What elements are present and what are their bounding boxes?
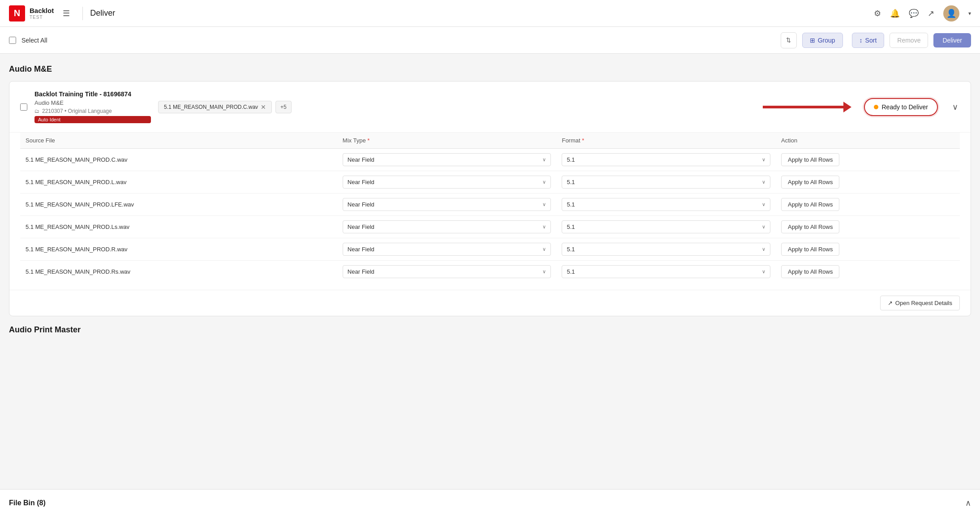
open-request-details-button[interactable]: ↗ Open Request Details	[880, 296, 960, 310]
mix-type-select-2[interactable]: Near Field ∨	[343, 198, 551, 211]
card-footer: ↗ Open Request Details	[9, 290, 971, 316]
external-link-icon: ↗	[888, 300, 893, 306]
cell-mix-type-0: Near Field ∨	[337, 149, 557, 171]
mix-type-select-5[interactable]: Near Field ∨	[343, 265, 551, 278]
apply-to-all-rows-button-2[interactable]: Apply to All Rows	[781, 198, 839, 211]
ready-label: Ready to Deliver	[882, 103, 928, 111]
card-files: 5.1 ME_REASON_MAIN_PROD.C.wav ✕ +5	[158, 101, 501, 113]
select-all-checkbox[interactable]	[9, 37, 16, 44]
mix-type-select-4[interactable]: Near Field ∨	[343, 243, 551, 256]
header: N Backlot TEST ☰ Deliver ⚙ 🔔 💬 ↗ 👤 ▾	[0, 0, 980, 27]
group-button[interactable]: ⊞ Group	[802, 33, 843, 48]
source-files-table: Source File Mix Type * Format * Action 5…	[20, 133, 960, 283]
select-caret-icon: ∨	[542, 224, 546, 230]
cell-mix-type-3: Near Field ∨	[337, 216, 557, 238]
format-select-4[interactable]: 5.1 ∨	[562, 243, 770, 256]
remove-button[interactable]: Remove	[890, 33, 928, 48]
cell-source-1: 5.1 ME_REASON_MAIN_PROD.L.wav	[20, 171, 337, 194]
mix-type-select-3[interactable]: Near Field ∨	[343, 220, 551, 233]
col-header-action: Action	[776, 133, 960, 149]
chat-icon[interactable]: 💬	[909, 9, 919, 18]
cell-source-5: 5.1 ME_REASON_MAIN_PROD.Rs.wav	[20, 261, 337, 283]
select-caret-icon: ∨	[762, 224, 765, 230]
avatar-caret-icon[interactable]: ▾	[968, 10, 971, 17]
red-arrow	[763, 102, 851, 112]
audio-me-card: Backlot Training Title - 81696874 Audio …	[9, 81, 971, 316]
table-row: 5.1 ME_REASON_MAIN_PROD.Rs.wav Near Fiel…	[20, 261, 960, 283]
app-logo: N Backlot TEST	[9, 5, 54, 22]
cell-source-2: 5.1 ME_REASON_MAIN_PROD.LFE.wav	[20, 194, 337, 216]
card-header-row: Backlot Training Title - 81696874 Audio …	[9, 82, 971, 133]
app-name-label: Backlot	[30, 7, 54, 15]
card-subtitle: Audio M&E	[34, 99, 151, 106]
cell-format-5: 5.1 ∨	[556, 261, 776, 283]
table-row: 5.1 ME_REASON_MAIN_PROD.L.wav Near Field…	[20, 171, 960, 194]
sort-icon: ↕	[860, 37, 863, 44]
cell-mix-type-5: Near Field ∨	[337, 261, 557, 283]
cell-source-3: 5.1 ME_REASON_MAIN_PROD.Ls.wav	[20, 216, 337, 238]
select-all-label[interactable]: Select All	[21, 37, 47, 44]
ready-dot-icon	[874, 105, 878, 109]
ready-to-deliver-button[interactable]: Ready to Deliver	[864, 98, 938, 116]
external-link-icon[interactable]: ↗	[928, 9, 934, 18]
cell-action-1: Apply to All Rows	[776, 171, 960, 194]
table-row: 5.1 ME_REASON_MAIN_PROD.Ls.wav Near Fiel…	[20, 216, 960, 238]
cell-action-5: Apply to All Rows	[776, 261, 960, 283]
notification-icon[interactable]: 🔔	[890, 9, 900, 18]
select-caret-icon: ∨	[542, 202, 546, 207]
apply-to-all-rows-button-3[interactable]: Apply to All Rows	[781, 220, 839, 233]
settings-icon[interactable]: ⚙	[874, 9, 881, 18]
col-header-mix-type: Mix Type *	[337, 133, 557, 149]
mix-type-select-0[interactable]: Near Field ∨	[343, 153, 551, 166]
header-divider	[82, 7, 83, 20]
select-caret-icon: ∨	[762, 246, 765, 252]
select-caret-icon: ∨	[762, 179, 765, 185]
auto-ident-badge: Auto Ident	[34, 116, 151, 123]
format-select-0[interactable]: 5.1 ∨	[562, 153, 770, 166]
app-name-block: Backlot TEST	[30, 7, 54, 20]
cell-action-3: Apply to All Rows	[776, 216, 960, 238]
mix-type-select-1[interactable]: Near Field ∨	[343, 176, 551, 189]
apply-to-all-rows-button-0[interactable]: Apply to All Rows	[781, 153, 839, 166]
cell-format-0: 5.1 ∨	[556, 149, 776, 171]
cell-mix-type-1: Near Field ∨	[337, 171, 557, 194]
apply-to-all-rows-button-1[interactable]: Apply to All Rows	[781, 176, 839, 189]
select-caret-icon: ∨	[542, 157, 546, 163]
format-select-2[interactable]: 5.1 ∨	[562, 198, 770, 211]
format-select-5[interactable]: 5.1 ∨	[562, 265, 770, 278]
apply-to-all-rows-button-5[interactable]: Apply to All Rows	[781, 265, 839, 278]
hamburger-menu-icon[interactable]: ☰	[63, 9, 70, 18]
file-chip-label: 5.1 ME_REASON_MAIN_PROD.C.wav	[164, 104, 258, 110]
apply-to-all-rows-button-4[interactable]: Apply to All Rows	[781, 243, 839, 256]
table-row: 5.1 ME_REASON_MAIN_PROD.LFE.wav Near Fie…	[20, 194, 960, 216]
card-meta: 🗂 2210307 • Original Language	[34, 108, 151, 114]
page-title: Deliver	[90, 9, 115, 18]
filter-button[interactable]: ⇅	[781, 32, 797, 48]
col-header-source: Source File	[20, 133, 337, 149]
col-header-format: Format *	[556, 133, 776, 149]
sort-button[interactable]: ↕ Sort	[852, 33, 885, 48]
section2-title: Audio Print Master	[9, 325, 971, 335]
select-caret-icon: ∨	[542, 246, 546, 252]
table-header-row: Source File Mix Type * Format * Action	[20, 133, 960, 149]
select-caret-icon: ∨	[542, 179, 546, 185]
file-chip-remove-icon[interactable]: ✕	[261, 104, 266, 110]
section1-title: Audio M&E	[9, 64, 971, 74]
app-env-label: TEST	[30, 15, 54, 20]
table-row: 5.1 ME_REASON_MAIN_PROD.C.wav Near Field…	[20, 149, 960, 171]
format-select-3[interactable]: 5.1 ∨	[562, 220, 770, 233]
file-chip-more[interactable]: +5	[275, 101, 292, 113]
card-title: Backlot Training Title - 81696874	[34, 90, 151, 98]
cell-format-4: 5.1 ∨	[556, 238, 776, 261]
cell-mix-type-2: Near Field ∨	[337, 194, 557, 216]
card-checkbox[interactable]	[20, 103, 27, 111]
select-caret-icon: ∨	[762, 157, 765, 163]
deliver-button[interactable]: Deliver	[933, 33, 971, 47]
cell-format-2: 5.1 ∨	[556, 194, 776, 216]
format-select-1[interactable]: 5.1 ∨	[562, 176, 770, 189]
select-caret-icon: ∨	[542, 269, 546, 275]
avatar[interactable]: 👤	[943, 5, 959, 22]
toolbar: Select All ⇅ ⊞ Group ↕ Sort Remove Deliv…	[0, 27, 980, 54]
card-expand-button[interactable]: ∨	[950, 100, 960, 114]
arrow-line	[763, 106, 843, 108]
